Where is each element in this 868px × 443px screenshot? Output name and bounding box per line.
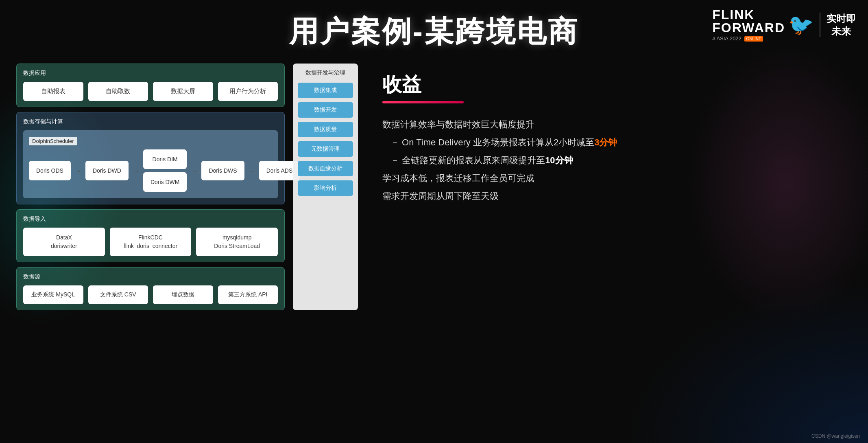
middle-panel-title: 数据开发与治理 xyxy=(298,69,353,77)
storage-label: 数据存储与计算 xyxy=(23,118,278,125)
doris-dwd: Doris DWD xyxy=(85,161,129,180)
data-app-label: 数据应用 xyxy=(23,70,278,77)
arrow-2: → xyxy=(132,166,140,175)
dolphin-label: DolphinScheduler xyxy=(29,137,77,145)
arrow-1: → xyxy=(74,166,82,175)
benefit-text: 数据计算效率与数据时效巨大幅度提升 － On Time Delivery 业务场… xyxy=(382,116,835,205)
doris-flow: Doris ODS → Doris DWD → Doris DIM Doris … xyxy=(29,149,272,192)
data-app-section: 数据应用 自助报表 自助取数 数据大屏 用户行为分析 xyxy=(16,64,285,107)
benefit-line4: 学习成本低，报表迁移工作全员可完成 xyxy=(382,169,835,187)
datasource-section: 数据源 业务系统 MySQL 文件系统 CSV 埋点数据 第三方系统 API xyxy=(16,267,285,310)
doris-dwm: Doris DWM xyxy=(143,172,187,192)
datasource-item-3: 第三方系统 API xyxy=(218,285,278,304)
asia-text: # ASIA 2022 ONLINE xyxy=(712,35,785,42)
import-label: 数据导入 xyxy=(23,215,278,223)
doris-ods: Doris ODS xyxy=(29,161,71,180)
logo-divider xyxy=(820,13,820,37)
benefit-title: 收益 xyxy=(382,72,835,98)
middle-btn-1[interactable]: 数据开发 xyxy=(298,102,353,118)
storage-section: 数据存储与计算 DolphinScheduler Doris ODS → Dor… xyxy=(16,112,285,204)
datasource-item-0: 业务系统 MySQL xyxy=(23,285,83,304)
app-item-1: 自助取数 xyxy=(88,82,148,101)
benefit-line5: 需求开发周期从周下降至天级 xyxy=(382,187,835,205)
flink-forward-logo: FLINK FORWARD # ASIA 2022 ONLINE 🐦 xyxy=(712,8,813,42)
middle-btn-3[interactable]: 元数据管理 xyxy=(298,141,353,157)
datasource-item-2: 埋点数据 xyxy=(153,285,213,304)
import-item-2: mysqldump Doris StreamLoad xyxy=(196,228,278,256)
app-item-3: 用户行为分析 xyxy=(218,82,278,101)
arrow-4: → xyxy=(248,166,256,175)
doris-dim-dwm: Doris DIM Doris DWM xyxy=(143,149,187,192)
watermark: CSDN @wangleigisen xyxy=(811,433,860,439)
datasource-label: 数据源 xyxy=(23,273,278,281)
flink-bird-icon: 🐦 xyxy=(788,15,813,35)
middle-btn-5[interactable]: 影响分析 xyxy=(298,180,353,196)
import-item-0: DataX doriswriter xyxy=(23,228,105,256)
flink-text: FLINK xyxy=(712,8,785,21)
middle-panel: 数据开发与治理 数据集成 数据开发 数据质量 元数据管理 数据血缘分析 影响分析 xyxy=(293,64,358,310)
benefit-line3: － 全链路更新的报表从原来周级提升至10分钟 xyxy=(390,151,835,169)
datasource-item-1: 文件系统 CSV xyxy=(88,285,148,304)
middle-btn-4[interactable]: 数据血缘分析 xyxy=(298,161,353,176)
doris-dim: Doris DIM xyxy=(143,149,187,169)
middle-btn-2[interactable]: 数据质量 xyxy=(298,122,353,137)
benefit-line2: － On Time Delivery 业务场景报表计算从2小时减至3分钟 xyxy=(390,134,835,151)
benefit-underline xyxy=(382,101,464,103)
arrow-3: → xyxy=(190,166,198,175)
storage-inner: DolphinScheduler Doris ODS → Doris DWD →… xyxy=(23,130,278,198)
app-item-2: 数据大屏 xyxy=(153,82,213,101)
online-badge: ONLINE xyxy=(744,36,763,42)
import-items: DataX doriswriter FlinkCDC flink_doris_c… xyxy=(23,228,278,256)
app-item-0: 自助报表 xyxy=(23,82,83,101)
left-panel: 数据应用 自助报表 自助取数 数据大屏 用户行为分析 数据存储与计算 Dolph… xyxy=(16,64,285,310)
forward-text: FORWARD xyxy=(712,21,785,34)
benefit-line1: 数据计算效率与数据时效巨大幅度提升 xyxy=(382,116,835,134)
import-section: 数据导入 DataX doriswriter FlinkCDC flink_do… xyxy=(16,209,285,262)
import-item-1: FlinkCDC flink_doris_connector xyxy=(110,228,192,256)
right-panel: 收益 数据计算效率与数据时效巨大幅度提升 － On Time Delivery … xyxy=(366,64,852,310)
datasource-items: 业务系统 MySQL 文件系统 CSV 埋点数据 第三方系统 API xyxy=(23,285,278,304)
content-area: 数据应用 自助报表 自助取数 数据大屏 用户行为分析 数据存储与计算 Dolph… xyxy=(0,59,868,314)
logo-area: FLINK FORWARD # ASIA 2022 ONLINE 🐦 实时即 未… xyxy=(712,8,856,42)
data-app-items: 自助报表 自助取数 数据大屏 用户行为分析 xyxy=(23,82,278,101)
middle-btn-0[interactable]: 数据集成 xyxy=(298,83,353,98)
doris-dws: Doris DWS xyxy=(201,161,244,180)
realtime-tagline: 实时即 未来 xyxy=(827,12,856,37)
